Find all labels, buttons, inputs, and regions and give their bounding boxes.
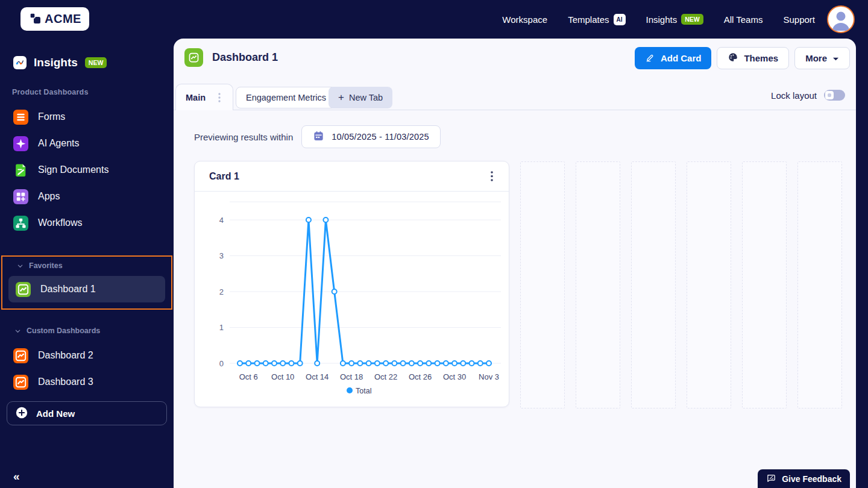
data-point-marker: [418, 361, 423, 366]
x-tick-label: Oct 14: [306, 372, 329, 381]
calendar-icon: [313, 130, 324, 143]
card-header: Card 1: [195, 161, 509, 192]
sidebar-insights-header[interactable]: Insights NEW: [13, 54, 174, 71]
y-tick-label: 0: [219, 359, 224, 368]
date-preview-row: Previewing results within 10/05/2025 - 1…: [194, 125, 441, 148]
sidebar-item-dashboard-1[interactable]: Dashboard 1: [8, 276, 165, 302]
acme-logo[interactable]: ACME: [20, 7, 89, 31]
sidebar: Insights NEW Product Dashboards FormsAI …: [0, 39, 174, 488]
data-point-marker: [349, 361, 354, 366]
data-point-marker: [263, 361, 268, 366]
data-point-marker: [435, 361, 440, 366]
collapse-sidebar-button[interactable]: «: [13, 470, 20, 483]
header-actions: Add Card Themes More: [635, 47, 850, 69]
give-feedback-label: Give Feedback: [782, 474, 841, 484]
data-point-marker: [366, 361, 371, 366]
data-point-marker: [401, 361, 406, 366]
brand-name: ACME: [45, 12, 81, 26]
sidebar-item-sign-documents[interactable]: Sign Documents: [6, 157, 168, 183]
nav-link-insights[interactable]: InsightsNEW: [646, 14, 703, 25]
forms-icon: [13, 110, 28, 125]
new-tab-label: New Tab: [349, 93, 383, 102]
line-chart: 01234Oct 6Oct 10Oct 14Oct 18Oct 22Oct 26…: [195, 192, 509, 407]
data-point-marker: [341, 361, 345, 366]
legend-dot: [347, 387, 353, 393]
new-tab-button[interactable]: + New Tab: [329, 87, 392, 108]
nav-link-templates[interactable]: TemplatesAI: [568, 14, 625, 25]
data-point-marker: [461, 361, 465, 366]
y-tick-label: 1: [219, 323, 224, 332]
sidebar-item-forms[interactable]: Forms: [6, 104, 168, 130]
add-card-button[interactable]: Add Card: [635, 47, 712, 69]
data-point-marker: [246, 361, 251, 366]
tab-main[interactable]: Main: [175, 84, 233, 110]
grid-placeholder-slot: [576, 161, 620, 408]
add-new-label: Add New: [36, 408, 75, 419]
nav-link-support[interactable]: Support: [783, 14, 815, 25]
more-button[interactable]: More: [794, 47, 850, 69]
data-point-marker: [444, 361, 448, 366]
grid-placeholder-slot: [631, 161, 676, 408]
data-point-marker: [409, 361, 414, 366]
more-label: More: [805, 53, 827, 63]
sidebar-item-apps[interactable]: Apps: [6, 183, 168, 210]
y-tick-label: 2: [219, 287, 224, 296]
custom-dashboards-section-label: Custom Dashboards: [27, 327, 100, 335]
x-tick-label: Oct 10: [271, 372, 294, 381]
add-card-label: Add Card: [661, 53, 702, 63]
sidebar-item-label: AI Agents: [38, 138, 80, 149]
chart-legend: Total: [347, 387, 371, 395]
card-title: Card 1: [209, 171, 239, 182]
lock-layout-toggle[interactable]: [824, 90, 845, 101]
new-badge: NEW: [681, 14, 703, 25]
grid-placeholder-slot: [687, 161, 731, 408]
x-tick-label: Oct 6: [239, 372, 258, 381]
top-navbar: ACME WorkspaceTemplatesAIInsightsNEWAll …: [0, 0, 868, 39]
data-point-marker: [298, 361, 303, 366]
dashboard-chart-icon: [13, 348, 28, 363]
nav-link-all-teams[interactable]: All Teams: [724, 14, 763, 25]
palette-icon: [728, 52, 738, 64]
plus-icon: +: [338, 92, 344, 104]
favorites-section-header[interactable]: Favorites: [2, 261, 171, 270]
sidebar-item-ai-agents[interactable]: AI Agents: [6, 130, 168, 157]
dashboard-chart-icon: [16, 282, 31, 297]
lock-layout-control: Lock layout: [771, 90, 845, 101]
user-avatar[interactable]: [827, 5, 855, 33]
sidebar-item-dashboard-3[interactable]: Dashboard 3: [6, 369, 168, 395]
sidebar-item-label: Dashboard 1: [40, 284, 96, 295]
sidebar-item-label: Apps: [38, 191, 60, 202]
x-tick-label: Oct 30: [443, 372, 466, 381]
tab-engagement-metrics[interactable]: Engagement Metrics: [236, 87, 336, 108]
custom-dashboards-section-header[interactable]: Custom Dashboards: [0, 327, 174, 335]
tab-options-kebab-icon[interactable]: [212, 90, 227, 105]
data-point-marker: [478, 361, 483, 366]
sidebar-item-label: Forms: [38, 111, 65, 122]
acme-logo-mark-icon: [28, 11, 42, 27]
themes-button[interactable]: Themes: [717, 47, 789, 69]
data-point-marker: [289, 361, 294, 366]
data-point-marker: [452, 361, 457, 366]
sidebar-item-workflows[interactable]: Workflows: [6, 210, 168, 236]
tab-main-label: Main: [186, 93, 206, 102]
lock-layout-label: Lock layout: [771, 90, 817, 101]
page-title: Dashboard 1: [212, 51, 278, 64]
themes-label: Themes: [744, 53, 778, 63]
data-point-marker: [254, 361, 259, 366]
date-range-picker[interactable]: 10/05/2025 - 11/03/2025: [301, 125, 441, 148]
sidebar-item-dashboard-2[interactable]: Dashboard 2: [6, 342, 168, 369]
sign-documents-icon: [13, 163, 28, 178]
nav-link-workspace[interactable]: Workspace: [502, 14, 547, 25]
feedback-icon: [766, 473, 776, 485]
dashboard-header: Dashboard 1 Add Card Theme: [174, 39, 856, 84]
chevron-down-icon: [14, 328, 21, 334]
apps-icon: [13, 189, 28, 204]
preview-label: Previewing results within: [194, 132, 293, 142]
data-point-marker: [315, 361, 319, 366]
plus-circle-icon: [15, 406, 28, 421]
data-point-marker: [323, 217, 328, 222]
insights-line-chart-icon: [13, 56, 27, 69]
add-new-button[interactable]: Add New: [7, 401, 167, 425]
give-feedback-button[interactable]: Give Feedback: [758, 469, 850, 488]
card-kebab-menu-icon[interactable]: [485, 169, 499, 184]
